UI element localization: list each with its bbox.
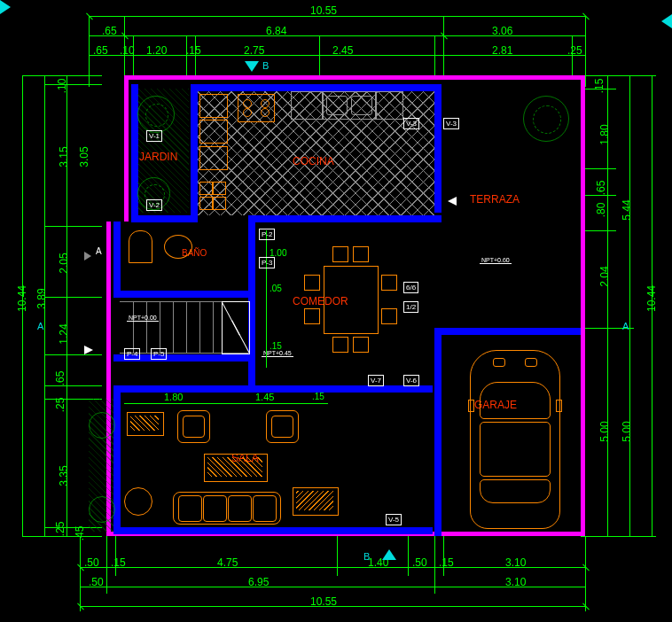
dim-left-seg9: 3.35 bbox=[58, 465, 70, 486]
dim-ext-v8 bbox=[443, 16, 444, 78]
dim-left-seg5: 3.89 bbox=[35, 288, 48, 308]
dim-bot-seg3: 3.10 bbox=[505, 576, 526, 588]
dim-right-seg8: 5.00 bbox=[598, 421, 611, 441]
dim-ext-b2 bbox=[106, 536, 107, 594]
dim-left-seg11: .45 bbox=[74, 526, 86, 541]
dim-ext-v6 bbox=[319, 35, 320, 80]
sink bbox=[322, 91, 377, 120]
plant-terraza bbox=[523, 96, 569, 142]
kitchen-furn-2 bbox=[199, 120, 228, 144]
tag-v3a: V-3 bbox=[403, 118, 419, 129]
tag-66: 6/6 bbox=[403, 282, 418, 293]
dim-ext-v7 bbox=[434, 35, 435, 80]
dim-ext-b1 bbox=[80, 536, 81, 611]
dim-right-seg6: 2.04 bbox=[598, 266, 611, 286]
dim-ext-v3 bbox=[133, 35, 134, 80]
wall-sala-bottom bbox=[113, 527, 433, 534]
dim-int-6: .15 bbox=[312, 392, 324, 401]
dim-int-5: 1.45 bbox=[255, 392, 274, 402]
outer-wall-top bbox=[124, 75, 585, 80]
dim-int-2: .05 bbox=[270, 284, 282, 293]
dim-ext-l3 bbox=[44, 226, 102, 227]
car-outline bbox=[470, 350, 560, 529]
arrow-a-small bbox=[84, 252, 91, 260]
chair-6 bbox=[304, 308, 320, 324]
stairs bbox=[120, 301, 248, 353]
dim-ext-v10 bbox=[585, 16, 586, 87]
dim-left-seg7: .65 bbox=[54, 371, 66, 386]
tag-p4: P-4 bbox=[124, 348, 140, 360]
kitchen-small-4 bbox=[213, 197, 226, 210]
dim-ext-v1 bbox=[89, 16, 90, 87]
label-jardin: JARDIN bbox=[139, 151, 177, 163]
kitchen-small-1 bbox=[199, 182, 213, 195]
section-arrow-b-top bbox=[245, 61, 259, 72]
dim-right-seg2: 1.80 bbox=[598, 124, 611, 144]
dim-ext-l2 bbox=[44, 84, 102, 85]
dim-left-seg3: 3.05 bbox=[78, 146, 90, 167]
dim-top-sub4: .15 bbox=[186, 44, 201, 57]
section-arrow-b-bottom bbox=[382, 549, 396, 560]
wall-bano-bottom bbox=[113, 291, 255, 298]
chair-3 bbox=[332, 337, 348, 353]
terraza-arrow bbox=[448, 197, 457, 206]
dim-ext-r2 bbox=[581, 89, 616, 89]
dim-top-seg2: 6.84 bbox=[266, 25, 286, 37]
dim-right-seg3: .65 bbox=[595, 181, 607, 196]
tag-v6: V-6 bbox=[403, 375, 419, 386]
section-label-a2: A bbox=[622, 321, 629, 331]
chair-4 bbox=[353, 337, 369, 353]
toilet bbox=[129, 230, 152, 263]
wall-top-inner bbox=[191, 84, 439, 91]
floor-plan-drawing: 10.55 .65 6.84 3.06 .65 .10 1.20 .15 2.7… bbox=[0, 0, 672, 622]
dim-ext-v5 bbox=[195, 35, 196, 80]
dim-ext-l6 bbox=[44, 385, 102, 386]
dim-left-seg4: 2.05 bbox=[58, 253, 70, 273]
outer-wall-right bbox=[581, 75, 585, 536]
dim-ext-l5 bbox=[44, 354, 102, 355]
chair-5 bbox=[304, 275, 320, 291]
dim-left-seg2: 3.15 bbox=[58, 146, 70, 167]
tag-p2: P-2 bbox=[259, 229, 275, 240]
stove bbox=[238, 94, 275, 122]
dim-int-4: 1.80 bbox=[164, 392, 183, 402]
section-label-a1: A bbox=[37, 321, 43, 331]
armchair-2 bbox=[266, 410, 299, 443]
kitchen-small-2 bbox=[213, 182, 226, 195]
dim-left-seg8: .25 bbox=[54, 398, 66, 413]
tag-v5: V-5 bbox=[386, 514, 402, 525]
coffee-table bbox=[204, 454, 268, 482]
rug-1 bbox=[293, 487, 339, 516]
dim-int-h bbox=[124, 403, 328, 404]
dim-top-sub3: 1.20 bbox=[146, 44, 167, 57]
dim-ext-b3 bbox=[115, 536, 116, 576]
dim-top-sub9: 2.81 bbox=[492, 44, 512, 57]
kitchen-furn-3 bbox=[199, 146, 228, 170]
section-label-b1: B bbox=[363, 551, 370, 562]
wall-mid-horizontal bbox=[248, 215, 441, 222]
dim-bot-sub7: 3.10 bbox=[505, 556, 526, 569]
dim-ext-v4 bbox=[186, 35, 187, 80]
dim-bot-seg2: 6.95 bbox=[248, 576, 269, 588]
dim-ext-l9 bbox=[22, 536, 102, 537]
kitchen-small-3 bbox=[199, 197, 213, 210]
wall-kitchen-right bbox=[434, 84, 441, 213]
label-terraza: TERRAZA bbox=[470, 193, 520, 206]
chair-2 bbox=[353, 246, 369, 262]
dim-right-seg1: .15 bbox=[593, 79, 606, 94]
sink-bano bbox=[164, 235, 192, 259]
fridge bbox=[375, 91, 403, 120]
dim-left-seg1: .10 bbox=[56, 79, 68, 94]
tag-v7: V-7 bbox=[368, 375, 384, 386]
dim-top-overall: 10.55 bbox=[310, 4, 337, 17]
dim-ext-b4 bbox=[337, 536, 338, 576]
dim-ext-b7 bbox=[443, 536, 444, 576]
dim-ext-b8 bbox=[585, 536, 586, 611]
dim-top-seg3: 3.06 bbox=[492, 25, 512, 37]
tag-p3: P-3 bbox=[259, 257, 275, 268]
kitchen-furn-1 bbox=[199, 94, 228, 118]
dim-line-right-row2 bbox=[629, 75, 630, 536]
tv-unit bbox=[127, 412, 164, 436]
dim-bot-sub1: .50 bbox=[84, 556, 99, 569]
side-table bbox=[124, 487, 152, 516]
